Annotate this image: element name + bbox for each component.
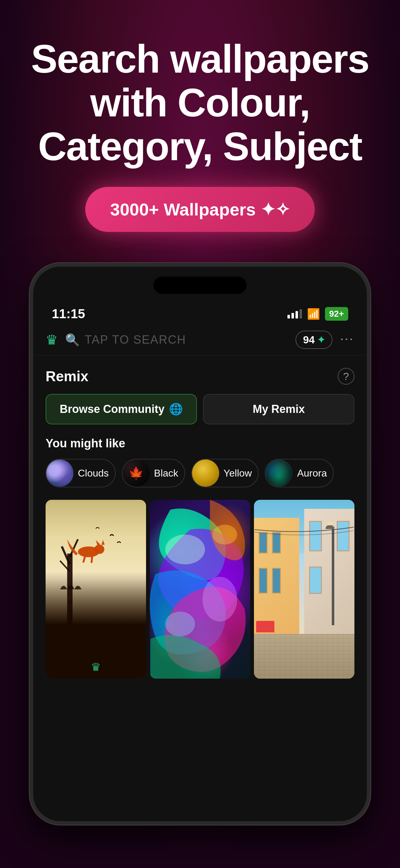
wallpaper-abstract[interactable] (150, 500, 250, 679)
remix-title: Remix (45, 368, 88, 385)
tag-clouds-image (46, 460, 73, 487)
nav-bar: ♛ 🔍 TAP TO SEARCH 94 ✦ ⋮ (33, 324, 367, 355)
menu-icon[interactable]: ⋮ (339, 333, 355, 347)
phone-mockup: 11:15 📶 92+ (29, 263, 371, 825)
svg-line-6 (84, 556, 85, 562)
battery-indicator: 92+ (325, 307, 348, 321)
phone-frame: 11:15 📶 92+ (29, 263, 371, 825)
tag-clouds[interactable]: Clouds (45, 459, 116, 487)
svg-point-13 (212, 525, 237, 545)
tag-yellow[interactable]: Yellow (191, 459, 259, 487)
signal-bars-icon (288, 309, 302, 318)
browse-community-tab[interactable]: Browse Community 🌐 (45, 394, 197, 424)
tag-yellow-label: Yellow (224, 468, 258, 479)
app-content: ♛ 🔍 TAP TO SEARCH 94 ✦ ⋮ Remix (33, 324, 367, 821)
leaf-icon: 🍁 (128, 466, 144, 480)
hero-background: Search wallpapers with Colour, Category,… (0, 0, 400, 868)
tag-black-label: Black (154, 468, 185, 479)
tag-black-image: 🍁 (123, 460, 150, 487)
my-remix-label: My Remix (253, 403, 305, 415)
might-like-title: You might like (45, 437, 355, 450)
hero-section: Search wallpapers with Colour, Category,… (0, 0, 400, 251)
tag-aurora[interactable]: Aurora (265, 459, 334, 487)
status-bar: 11:15 📶 92+ (33, 298, 367, 324)
tag-black[interactable]: 🍁 Black (122, 459, 185, 487)
wallpaper-crown-icon: ♛ (91, 661, 101, 674)
help-icon[interactable]: ? (338, 368, 355, 385)
svg-point-10 (165, 535, 205, 564)
cta-button[interactable]: 3000+ Wallpapers ✦✧ (85, 187, 315, 232)
points-badge[interactable]: 94 ✦ (296, 331, 332, 349)
hero-title: Search wallpapers with Colour, Category,… (25, 37, 375, 168)
globe-icon: 🌐 (169, 403, 183, 416)
my-remix-tab[interactable]: My Remix (203, 394, 355, 424)
might-like-section: You might like Clouds (33, 437, 367, 487)
wifi-icon: 📶 (307, 308, 320, 320)
svg-line-7 (92, 556, 92, 563)
tag-clouds-label: Clouds (78, 468, 115, 479)
search-bar[interactable]: 🔍 TAP TO SEARCH (65, 333, 288, 347)
search-icon: 🔍 (65, 333, 80, 347)
tags-row: Clouds 🍁 Black (45, 459, 355, 487)
points-value: 94 (303, 334, 315, 346)
wallpaper-grid: ♛ (33, 500, 367, 691)
status-time: 11:15 (52, 306, 85, 321)
fox-svg (51, 518, 141, 625)
crown-icon[interactable]: ♛ (45, 333, 58, 347)
wallpaper-fox[interactable]: ♛ (45, 500, 146, 679)
tag-aurora-image (265, 460, 293, 487)
cta-label: 3000+ Wallpapers (110, 199, 256, 219)
remix-header: Remix ? (45, 368, 355, 385)
points-star-icon: ✦ (317, 334, 325, 345)
tab-group: Browse Community 🌐 My Remix (45, 394, 355, 424)
tag-yellow-image (192, 460, 219, 487)
svg-marker-9 (101, 540, 104, 545)
remix-section: Remix ? Browse Community 🌐 My Remix (33, 355, 367, 424)
status-icons: 📶 92+ (288, 307, 348, 321)
browse-community-label: Browse Community (60, 403, 164, 416)
svg-point-12 (165, 612, 195, 637)
svg-point-11 (202, 577, 237, 621)
tag-aurora-label: Aurora (297, 468, 333, 479)
dynamic-island (154, 277, 246, 294)
sparkle-icon: ✦✧ (261, 199, 290, 219)
svg-point-5 (94, 545, 104, 554)
wallpaper-street[interactable] (254, 500, 355, 679)
search-placeholder-text: TAP TO SEARCH (85, 333, 186, 346)
